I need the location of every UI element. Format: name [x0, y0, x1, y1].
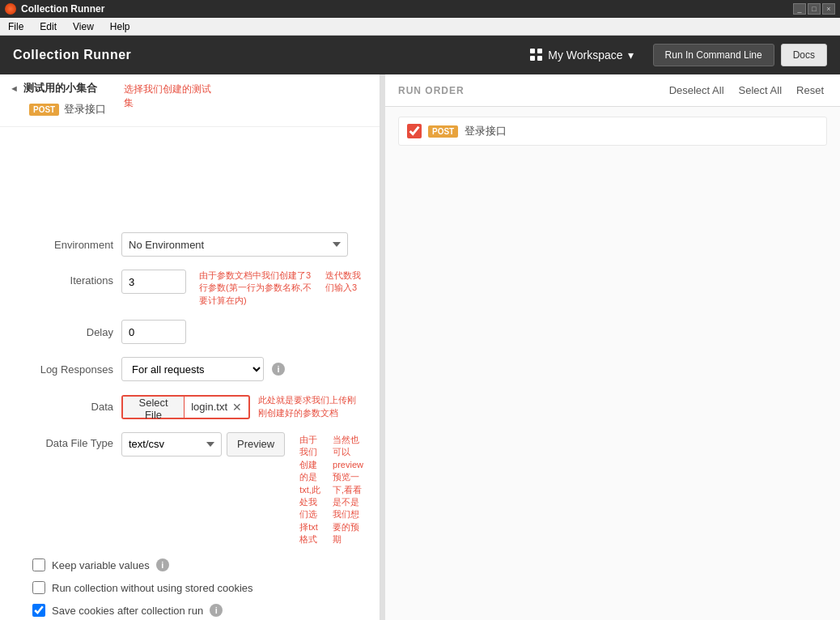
log-responses-wrapper: For all requests For successful requests… — [121, 357, 264, 381]
file-name-text: login.txt — [191, 401, 227, 413]
data-annotation: 此处就是要求我们上传刚刚创建好的参数文档 — [258, 394, 363, 419]
workspace-label: My Workspace — [548, 49, 622, 62]
save-cookies-checkbox[interactable] — [32, 604, 45, 617]
run-order-buttons: Deselect All Select All Reset — [666, 83, 827, 98]
right-panel: RUN ORDER Deselect All Select All Reset … — [385, 74, 840, 620]
config-section: Environment No Environment Iterations 由于… — [0, 224, 380, 620]
workspace-chevron: ▾ — [628, 49, 634, 62]
log-responses-info-icon[interactable]: i — [272, 363, 285, 376]
iterations-annotation2: 迭代数我们输入3 — [325, 270, 363, 307]
top-buttons: Run In Command Line Docs — [653, 44, 827, 66]
request-name: 登录接口 — [64, 102, 106, 117]
data-file-type-label: Data File Type — [16, 432, 113, 449]
data-type-annotation1: 由于我们创建的是txt,此处我们选择txt格式 — [299, 434, 321, 546]
data-type-annotations: 由于我们创建的是txt,此处我们选择txt格式 当然也可以preview预览一下… — [299, 434, 363, 546]
top-nav: Collection Runner My Workspace ▾ Run In … — [0, 36, 840, 74]
main-layout: ◄ 测试用的小集合 POST 登录接口 选择我们创建的测试 集 — [0, 74, 840, 620]
data-type-annotation2: 当然也可以preview预览一下,看看是不是我们想要的预期 — [333, 434, 363, 546]
iterations-label: Iterations — [16, 270, 113, 287]
log-responses-label: Log Responses — [16, 363, 113, 376]
iterations-input[interactable] — [121, 270, 186, 294]
save-cookies-info-icon[interactable]: i — [210, 604, 223, 617]
save-cookies-label: Save cookies after collection run — [52, 605, 203, 617]
preview-button[interactable]: Preview — [227, 432, 285, 457]
data-type-select[interactable]: text/csv application/json — [121, 432, 222, 457]
save-cookies-row: Save cookies after collection run i — [16, 604, 363, 617]
run-item-method: POST — [428, 125, 458, 138]
app-icon — [5, 3, 16, 15]
file-clear-button[interactable]: ✕ — [232, 401, 242, 414]
minimize-button[interactable]: _ — [793, 3, 806, 15]
keep-variable-checkbox[interactable] — [32, 558, 45, 571]
delay-label: Delay — [16, 326, 113, 338]
title-bar: Collection Runner _ □ × — [0, 0, 840, 18]
delay-row: Delay — [16, 320, 363, 344]
left-panel: ◄ 测试用的小集合 POST 登录接口 选择我们创建的测试 集 — [0, 74, 380, 620]
run-order-list: POST 登录接口 — [385, 107, 840, 620]
run-command-line-button[interactable]: Run In Command Line — [653, 44, 774, 66]
maximize-button[interactable]: □ — [808, 3, 821, 15]
iterations-row: Iterations 由于参数文档中我们创建了3行参数(第一行为参数名称,不要计… — [16, 270, 363, 307]
close-button[interactable]: × — [822, 3, 835, 15]
no-cookies-label: Run collection without using stored cook… — [52, 582, 253, 594]
log-responses-row: Log Responses For all requests For succe… — [16, 357, 363, 381]
docs-button[interactable]: Docs — [781, 44, 827, 66]
collection-header: ◄ 测试用的小集合 — [10, 81, 112, 96]
select-file-button[interactable]: Select File — [123, 397, 185, 418]
app-title: Collection Runner — [13, 48, 131, 62]
keep-variable-info-icon[interactable]: i — [156, 558, 169, 571]
data-type-controls: text/csv application/json Preview — [121, 432, 285, 457]
menu-file[interactable]: File — [5, 19, 27, 34]
environment-row: Environment No Environment — [16, 232, 363, 257]
run-order-item: POST 登录接口 — [398, 117, 827, 146]
log-responses-select[interactable]: For all requests For successful requests… — [122, 358, 263, 380]
delay-input[interactable] — [121, 320, 186, 344]
annotation-select-test: 选择我们创建的测试 — [124, 83, 211, 96]
request-row: POST 登录接口 — [23, 99, 112, 120]
deselect-all-button[interactable]: Deselect All — [666, 83, 728, 98]
environment-label: Environment — [16, 239, 113, 251]
keep-variable-label: Keep variable values — [52, 559, 150, 571]
environment-select[interactable]: No Environment — [121, 232, 348, 257]
title-bar-text: Collection Runner — [21, 3, 104, 15]
window-controls: _ □ × — [793, 3, 835, 15]
select-all-button[interactable]: Select All — [736, 83, 785, 98]
workspace-selector[interactable]: My Workspace ▾ — [530, 49, 633, 62]
menu-help[interactable]: Help — [107, 19, 134, 34]
run-order-title: RUN ORDER — [398, 85, 666, 96]
run-item-checkbox[interactable] — [407, 124, 422, 138]
workspace-icon — [530, 49, 543, 62]
data-row: Data Select File login.txt ✕ 此处就是要求我们上传刚… — [16, 394, 363, 419]
keep-variable-row: Keep variable values i — [16, 558, 363, 571]
data-file-box: Select File login.txt ✕ — [121, 395, 250, 419]
menu-view[interactable]: View — [70, 19, 97, 34]
collection-arrow: ◄ — [10, 83, 19, 93]
data-file-type-row: Data File Type text/csv application/json… — [16, 432, 363, 546]
annotation-select-test2: 集 — [124, 96, 211, 110]
file-name-display: login.txt ✕ — [185, 401, 248, 414]
iterations-annotation1: 由于参数文档中我们创建了3行参数(第一行为参数名称,不要计算在内) — [199, 270, 312, 307]
run-order-header: RUN ORDER Deselect All Select All Reset — [385, 74, 840, 107]
reset-button[interactable]: Reset — [793, 83, 827, 98]
menu-edit[interactable]: Edit — [36, 19, 60, 34]
menu-bar: File Edit View Help — [0, 18, 840, 36]
method-badge-post: POST — [29, 104, 59, 116]
empty-area — [0, 127, 380, 224]
run-item-name: 登录接口 — [465, 124, 507, 138]
collection-name: 测试用的小集合 — [23, 81, 97, 96]
no-cookies-checkbox[interactable] — [32, 581, 45, 594]
data-label: Data — [16, 401, 113, 413]
collection-section: ◄ 测试用的小集合 POST 登录接口 选择我们创建的测试 集 — [0, 74, 380, 127]
no-cookies-row: Run collection without using stored cook… — [16, 581, 363, 594]
